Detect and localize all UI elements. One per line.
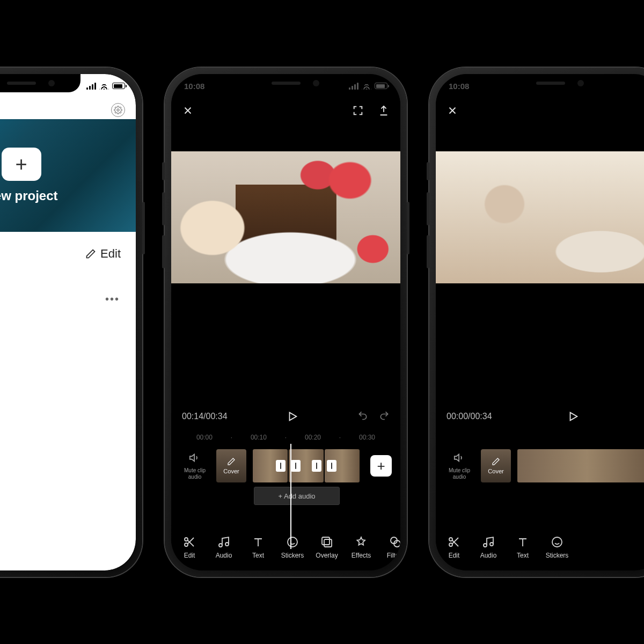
pencil-icon	[227, 457, 236, 466]
play-button[interactable]	[567, 411, 579, 422]
svg-rect-7	[322, 537, 330, 545]
tool-overlay[interactable]: Overlay	[312, 536, 342, 559]
tool-stickers[interactable]: Stickers	[542, 536, 572, 559]
svg-marker-1	[289, 413, 296, 421]
project-timestamp: 11.09 15:00	[0, 266, 136, 289]
svg-point-14	[449, 543, 452, 546]
clip-3[interactable]	[325, 449, 360, 482]
video-preview[interactable]	[436, 151, 644, 283]
fullscreen-button[interactable]	[352, 105, 364, 116]
status-time: 10:08	[449, 82, 469, 91]
clip-2[interactable]	[289, 449, 324, 482]
tool-audio[interactable]: Audio	[209, 536, 239, 559]
status-indicators	[349, 83, 387, 90]
battery-icon	[375, 83, 387, 89]
new-project-card[interactable]: + New project	[0, 119, 136, 232]
time-ruler	[436, 431, 644, 444]
settings-button[interactable]	[111, 103, 125, 117]
mute-clip-button[interactable]: Mute clip audio	[444, 452, 474, 480]
sticker-icon	[286, 536, 299, 548]
svg-point-6	[288, 537, 297, 547]
svg-point-16	[490, 543, 493, 546]
svg-point-15	[484, 544, 487, 547]
redo-button[interactable]	[379, 410, 390, 423]
tool-stickers[interactable]: Stickers	[277, 536, 308, 559]
bottom-toolbar: Edit Audio Text Stickers	[436, 524, 644, 570]
tool-edit[interactable]: Edit	[439, 536, 469, 559]
tool-edit[interactable]: Edit	[174, 536, 204, 559]
battery-icon	[112, 83, 125, 89]
cover-button[interactable]: Cover	[481, 449, 511, 482]
pencil-icon	[492, 457, 500, 466]
music-icon	[482, 536, 495, 548]
edit-label: Edit	[100, 247, 121, 261]
filters-icon	[389, 536, 400, 548]
clips-track[interactable]	[517, 449, 644, 482]
phone-editor-secondary: 10:08 00:00/00:34	[429, 68, 644, 577]
phone-home: + New project Edit 11.09 15:00 •••	[0, 68, 142, 577]
svg-point-13	[449, 538, 452, 541]
svg-rect-8	[324, 539, 332, 547]
close-button[interactable]	[182, 105, 194, 116]
timeline[interactable]: Mute clip audio Cover	[436, 444, 644, 524]
text-icon	[516, 536, 529, 548]
timecode: 00:14/00:34	[182, 412, 228, 421]
cover-button[interactable]: Cover	[216, 449, 246, 482]
clip-1[interactable]	[253, 449, 288, 482]
tool-audio[interactable]: Audio	[473, 536, 503, 559]
wifi-icon	[362, 83, 371, 90]
clips-track[interactable]	[253, 449, 360, 482]
overlay-icon	[320, 536, 333, 548]
speaker-icon	[453, 452, 465, 464]
phone-editor-main: 10:08	[165, 68, 407, 577]
edit-button[interactable]: Edit	[0, 232, 136, 266]
sticker-icon	[551, 536, 564, 548]
status-time: 10:08	[184, 82, 204, 91]
svg-point-4	[219, 544, 222, 547]
mute-clip-button[interactable]: Mute clip audio	[180, 452, 210, 480]
add-clip-button[interactable]: +	[370, 455, 392, 477]
wifi-icon	[99, 83, 109, 90]
effects-icon	[355, 536, 368, 548]
svg-point-17	[552, 537, 562, 547]
bottom-toolbar: Edit Audio Text Stickers	[171, 524, 400, 570]
scissors-icon	[183, 536, 196, 548]
add-audio-button[interactable]: + Add audio	[254, 487, 340, 505]
speaker-icon	[189, 452, 201, 464]
play-button[interactable]	[287, 411, 298, 422]
export-button[interactable]	[378, 105, 390, 116]
scissors-icon	[448, 536, 460, 548]
time-ruler: 00:00· 00:10· 00:20· 00:30	[171, 431, 400, 444]
project-more-button[interactable]: •••	[105, 293, 120, 305]
svg-point-3	[185, 543, 188, 546]
new-project-label: New project	[0, 188, 58, 203]
svg-point-0	[117, 109, 119, 111]
text-icon	[252, 536, 265, 548]
plus-icon: +	[2, 148, 41, 181]
tool-effects[interactable]: Effects	[346, 536, 376, 559]
video-preview[interactable]	[171, 151, 400, 283]
tool-text[interactable]: Text	[243, 536, 273, 559]
tool-text[interactable]: Text	[508, 536, 538, 559]
pencil-icon	[85, 248, 96, 259]
timecode: 00:00/00:34	[447, 412, 492, 421]
timeline[interactable]: Mute clip audio Cover +	[171, 444, 400, 524]
status-indicators	[86, 83, 125, 90]
svg-point-5	[225, 543, 229, 546]
music-icon	[217, 536, 230, 548]
undo-button[interactable]	[357, 410, 368, 423]
svg-point-2	[185, 538, 188, 541]
close-button[interactable]	[447, 105, 458, 116]
clip-1[interactable]	[517, 449, 644, 482]
tool-filters[interactable]: Filters	[380, 536, 400, 559]
playhead[interactable]	[290, 444, 291, 549]
svg-marker-12	[570, 413, 577, 421]
